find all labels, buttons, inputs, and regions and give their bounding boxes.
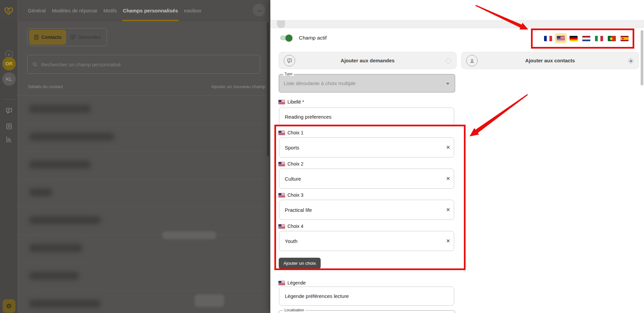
- language-pt-button[interactable]: [608, 36, 616, 43]
- close-icon: ✕: [446, 176, 450, 182]
- settings-tabs: Général Modèles de réponse Motifs Champs…: [18, 0, 250, 21]
- search-input[interactable]: [41, 61, 255, 68]
- type-value: Liste déroulante à choix multiple: [284, 74, 356, 92]
- flag-pt-icon: [608, 36, 616, 41]
- flag-us-icon: [557, 36, 565, 41]
- app-window: Général Modèles de réponse Motifs Champs…: [0, 0, 644, 313]
- drawer-handle: [277, 20, 285, 28]
- speech-bubble-icon: [287, 58, 292, 64]
- add-to-demandes-card[interactable]: Ajouter aux demandes: [279, 52, 457, 69]
- left-panel-scrollbar[interactable]: [267, 22, 269, 156]
- flag-us-icon: [278, 224, 285, 229]
- remove-choice-2-button[interactable]: ✕: [442, 169, 454, 188]
- list-item: [18, 96, 270, 124]
- legende-label: Légende: [287, 280, 306, 286]
- choice-label: Choix 4: [287, 224, 303, 229]
- list-item: [18, 263, 270, 291]
- settings-top-nav: Général Modèles de réponse Motifs Champs…: [0, 0, 270, 21]
- contacts-segment-label: Contacts: [42, 35, 62, 40]
- language-nl-button[interactable]: [582, 36, 590, 43]
- close-icon: ✕: [446, 238, 450, 244]
- left-icon-rail: + OR KL ⚙ BS: [0, 21, 18, 313]
- avatar-kl[interactable]: KL: [0, 72, 18, 86]
- list-item: [18, 207, 270, 235]
- list-item: [18, 235, 270, 263]
- arrow-right-icon: →: [256, 6, 262, 14]
- skeleton-pill: [195, 294, 224, 307]
- flag-us-icon: [278, 193, 285, 197]
- tab-champs-personnalises[interactable]: Champs personnalisés: [123, 0, 178, 21]
- type-select[interactable]: Type Liste déroulante à choix multiple: [279, 74, 455, 92]
- tab-general[interactable]: Général: [28, 0, 46, 21]
- choice-4-input[interactable]: [279, 231, 442, 251]
- entity-switcher: Contacts Demandes: [27, 28, 107, 46]
- list-header: Détails du contact Ajouter un nouveau ch…: [28, 82, 265, 91]
- rail-divider: [3, 99, 15, 100]
- flag-nl-icon: [582, 36, 590, 41]
- drawer-scrollbar[interactable]: [641, 30, 643, 85]
- flag-es-icon: [621, 36, 629, 41]
- avatar-or[interactable]: OR: [0, 57, 18, 70]
- choice-label: Choix 2: [287, 161, 303, 167]
- language-es-button[interactable]: [621, 36, 629, 43]
- rail-item-statistics[interactable]: [0, 135, 18, 143]
- libelle-label-row: Libellé *: [278, 99, 304, 105]
- custom-fields-panel: Contacts Demandes Détails du contact Ajo…: [18, 21, 270, 313]
- skeleton-rows: [18, 96, 270, 313]
- add-new-field-link[interactable]: Ajouter un nouveau champ: [211, 84, 265, 89]
- contacts-segment-button[interactable]: Contacts: [29, 30, 66, 45]
- add-to-contacts-card[interactable]: Ajouter aux contacts: [461, 52, 639, 69]
- tab-motifs[interactable]: Motifs: [103, 0, 117, 21]
- app-logo[interactable]: [0, 0, 18, 21]
- chevron-down-icon: [446, 83, 449, 85]
- choice-label: Choix 3: [287, 192, 303, 198]
- choice-4-input-wrap: ✕: [279, 231, 454, 251]
- remove-choice-3-button[interactable]: ✕: [442, 200, 454, 220]
- tab-modeles-de-reponse[interactable]: Modèles de réponse: [52, 0, 97, 21]
- id-card-icon: [34, 35, 39, 40]
- field-active-toggle[interactable]: [280, 36, 291, 40]
- flag-us-icon: [278, 162, 285, 166]
- bar-chart-icon: [5, 135, 13, 143]
- rail-item-conversations[interactable]: [0, 107, 18, 114]
- language-us-button[interactable]: [557, 36, 565, 43]
- contacts-radio[interactable]: [628, 58, 633, 63]
- chat-bubble-icon: [5, 107, 13, 114]
- choice-3-input-wrap: ✕: [279, 200, 454, 220]
- rail-item-contacts[interactable]: [0, 123, 18, 130]
- language-de-button[interactable]: [570, 36, 578, 43]
- add-choice-button[interactable]: Ajouter un choix: [279, 258, 321, 269]
- language-it-button[interactable]: [595, 36, 603, 43]
- target-cards: Ajouter aux demandes Ajouter aux contact…: [279, 52, 639, 69]
- flag-it-icon: [595, 36, 603, 41]
- choice-2-input[interactable]: [279, 169, 442, 188]
- settings-gear-button[interactable]: ⚙: [0, 299, 18, 313]
- tab-easibox[interactable]: easibox: [184, 0, 202, 21]
- choice-label: Choix 1: [287, 130, 303, 135]
- collapse-panel-button[interactable]: →: [253, 4, 265, 16]
- card-label: Ajouter aux demandes: [279, 58, 456, 63]
- flag-fr-icon: [544, 36, 552, 41]
- speech-bubble-icon: [70, 35, 76, 40]
- choice-1-input[interactable]: [279, 138, 442, 157]
- close-icon: ✕: [446, 207, 450, 213]
- settings-background-page: Général Modèles de réponse Motifs Champs…: [0, 0, 270, 313]
- list-item: [18, 151, 270, 179]
- heart-logo-icon: [4, 6, 14, 16]
- list-item: [18, 179, 270, 207]
- legende-input[interactable]: [279, 287, 454, 305]
- legende-input-wrap: [279, 287, 454, 306]
- libelle-input[interactable]: [279, 108, 454, 126]
- libelle-input-wrap: [279, 108, 454, 126]
- flag-us-icon: [278, 100, 285, 104]
- remove-choice-4-button[interactable]: ✕: [442, 231, 454, 251]
- section-title: Détails du contact: [28, 84, 63, 89]
- localisation-field[interactable]: Localisation: [279, 310, 455, 313]
- remove-choice-1-button[interactable]: ✕: [442, 138, 454, 157]
- flag-us-icon: [278, 131, 285, 135]
- demandes-segment-button[interactable]: Demandes: [66, 30, 105, 45]
- demandes-radio[interactable]: [446, 58, 451, 63]
- language-fr-button[interactable]: [544, 36, 552, 43]
- field-active-row: Champ actif: [280, 35, 327, 41]
- choice-3-input[interactable]: [279, 200, 442, 220]
